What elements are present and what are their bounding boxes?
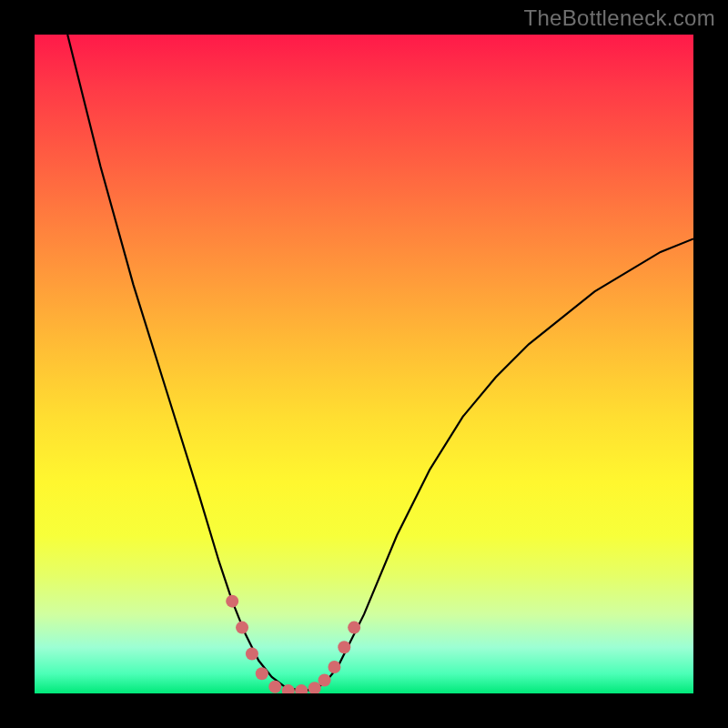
highlight-dot: [348, 622, 360, 634]
highlight-dots: [226, 595, 360, 693]
highlight-dot: [295, 684, 308, 693]
chart-frame: TheBottleneck.com: [0, 0, 728, 728]
plot-area: [35, 35, 693, 693]
highlight-dot: [226, 595, 238, 608]
curve-layer: [35, 35, 693, 693]
highlight-dot: [236, 622, 248, 634]
highlight-dot: [268, 681, 281, 693]
watermark-text: TheBottleneck.com: [523, 5, 715, 31]
highlight-dot: [246, 648, 258, 661]
highlight-dot: [318, 674, 331, 687]
highlight-dot: [256, 667, 268, 680]
bottleneck-curve: [67, 35, 693, 690]
highlight-dot: [328, 661, 340, 673]
highlight-dot: [338, 641, 350, 653]
